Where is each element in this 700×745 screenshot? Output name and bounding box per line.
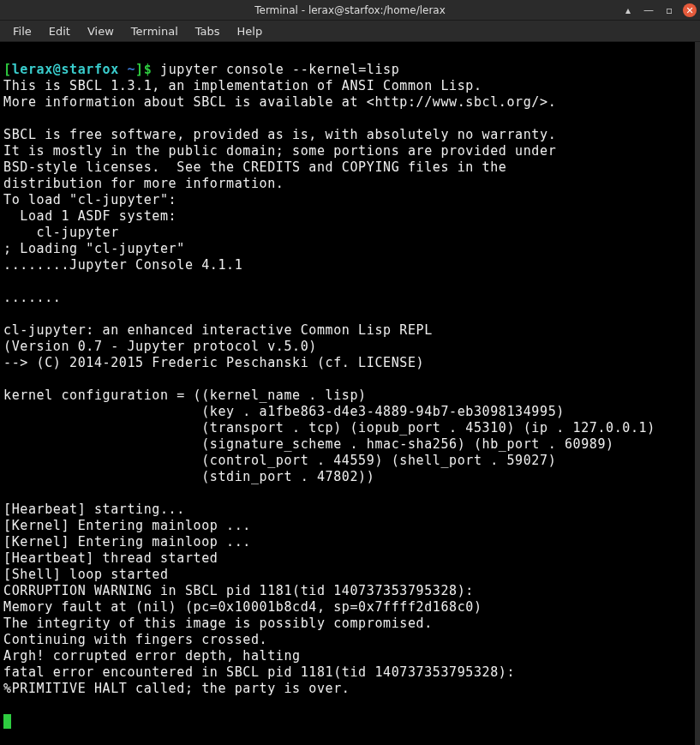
output-line: ; Loading "cl-jupyter" bbox=[3, 241, 185, 256]
output-line: cl-jupyter bbox=[3, 225, 119, 240]
output-line: More information about SBCL is available… bbox=[3, 94, 556, 110]
window-minimize-button[interactable]: — bbox=[642, 3, 655, 17]
output-line: Continuing with fingers crossed. bbox=[3, 632, 267, 647]
menu-file[interactable]: File bbox=[5, 22, 39, 40]
output-line: distribution for more information. bbox=[3, 176, 284, 191]
prompt-path: ~ bbox=[119, 62, 135, 77]
prompt-bracket-close: ]$ bbox=[135, 62, 160, 77]
output-line: --> (C) 2014-2015 Frederic Peschanski (c… bbox=[3, 355, 424, 370]
cursor-line bbox=[3, 713, 11, 729]
output-line: ........Jupyter Console 4.1.1 bbox=[3, 257, 242, 273]
menu-tabs[interactable]: Tabs bbox=[188, 22, 228, 40]
window-maximize-button[interactable]: ▫ bbox=[662, 3, 676, 17]
output-line: Load 1 ASDF system: bbox=[3, 208, 176, 224]
output-line: [Kernel] Entering mainloop ... bbox=[3, 534, 251, 550]
prompt-command: jupyter console --kernel=lisp bbox=[160, 62, 399, 77]
prompt-bracket-open: [ bbox=[3, 62, 12, 77]
output-line: [Kernel] Entering mainloop ... bbox=[3, 518, 251, 533]
window-shade-button[interactable]: ▴ bbox=[621, 3, 635, 17]
output-line: It is mostly in the public domain; some … bbox=[3, 143, 556, 159]
output-line: BSD-style licenses. See the CREDITS and … bbox=[3, 159, 506, 175]
output-line: Argh! corrupted error depth, halting bbox=[3, 648, 301, 664]
window-titlebar: Terminal - lerax@starfox:/home/lerax ▴ —… bbox=[0, 0, 700, 21]
output-line: This is SBCL 1.3.1, an implementation of… bbox=[3, 78, 482, 93]
output-line: cl-jupyter: an enhanced interactive Comm… bbox=[3, 322, 433, 338]
prompt-line: [lerax@starfox ~]$ jupyter console --ker… bbox=[3, 62, 399, 77]
menu-view[interactable]: View bbox=[80, 22, 122, 40]
output-line: (stdin_port . 47802)) bbox=[3, 469, 374, 484]
terminal-cursor bbox=[3, 714, 11, 729]
output-line: To load "cl-jupyter": bbox=[3, 192, 176, 207]
output-line: Memory fault at (nil) (pc=0x10001b8cd4, … bbox=[3, 599, 482, 615]
output-line: fatal error encountered in SBCL pid 1181… bbox=[3, 664, 515, 680]
output-line: [Shell] loop started bbox=[3, 567, 169, 582]
menu-help[interactable]: Help bbox=[230, 22, 271, 40]
window-controls: ▴ — ▫ ✕ bbox=[621, 0, 697, 21]
output-line: [Heartbeat] thread started bbox=[3, 550, 218, 566]
terminal-area[interactable]: [lerax@starfox ~]$ jupyter console --ker… bbox=[0, 42, 700, 745]
menu-edit[interactable]: Edit bbox=[41, 22, 78, 40]
output-line: (transport . tcp) (iopub_port . 45310) (… bbox=[3, 420, 655, 436]
output-line: (signature_scheme . hmac-sha256) (hb_por… bbox=[3, 436, 614, 452]
window-close-button[interactable]: ✕ bbox=[683, 3, 697, 17]
output-line: kernel configuration = ((kernel_name . l… bbox=[3, 388, 367, 403]
output-line: (Version 0.7 - Jupyter protocol v.5.0) bbox=[3, 339, 317, 354]
menu-terminal[interactable]: Terminal bbox=[123, 22, 186, 40]
window-title: Terminal - lerax@starfox:/home/lerax bbox=[254, 4, 446, 16]
output-line: (key . a1fbe863-d4e3-4889-94b7-eb3098134… bbox=[3, 404, 565, 419]
output-line: SBCL is free software, provided as is, w… bbox=[3, 127, 556, 142]
menubar: File Edit View Terminal Tabs Help bbox=[0, 21, 700, 42]
output-line: The integrity of this image is possibly … bbox=[3, 616, 433, 631]
output-line: [Hearbeat] starting... bbox=[3, 502, 185, 517]
prompt-userhost: lerax@starfox bbox=[12, 62, 119, 77]
output-line: (control_port . 44559) (shell_port . 590… bbox=[3, 453, 556, 468]
output-line: ....... bbox=[3, 290, 61, 305]
output-line: CORRUPTION WARNING in SBCL pid 1181(tid … bbox=[3, 583, 474, 598]
output-line: %PRIMITIVE HALT called; the party is ove… bbox=[3, 681, 350, 696]
